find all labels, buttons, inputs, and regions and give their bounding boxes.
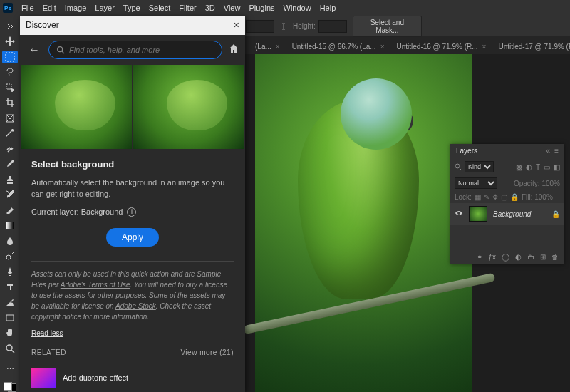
terms-link[interactable]: Adobe's Terms of Use	[61, 281, 130, 289]
link-wh-icon[interactable]	[280, 23, 287, 30]
link-layers-icon[interactable]: ⚭	[477, 253, 482, 261]
fill-label: Fill:	[522, 193, 533, 201]
menu-window[interactable]: Window	[284, 4, 311, 12]
apply-button[interactable]: Apply	[106, 228, 159, 247]
view-more-link[interactable]: View more (21)	[180, 349, 234, 356]
close-icon[interactable]: ×	[380, 43, 385, 51]
lock-trans-icon[interactable]: ▦	[475, 193, 481, 201]
search-field[interactable]	[48, 41, 222, 59]
tool-stamp[interactable]	[2, 173, 18, 186]
menu-filter[interactable]: Filter	[179, 4, 196, 12]
doc-tab[interactable]: (La...×	[249, 39, 286, 54]
tool-lasso[interactable]	[2, 66, 18, 79]
group-icon[interactable]: 🗀	[527, 253, 534, 261]
tool-path[interactable]	[2, 296, 18, 309]
menu-layer[interactable]: Layer	[95, 4, 115, 12]
tool-brush[interactable]	[2, 158, 18, 171]
menu-view[interactable]: View	[224, 4, 241, 12]
current-layer: Current layer: Background i	[31, 207, 234, 217]
tool-crop[interactable]	[2, 97, 18, 110]
doc-tab[interactable]: Untitled-15 @ 66.7% (La...×	[286, 39, 391, 54]
opacity-value[interactable]: 100%	[542, 180, 560, 187]
tool-pen[interactable]	[2, 265, 18, 278]
tool-gradient[interactable]	[2, 220, 18, 232]
filter-pixel-icon[interactable]: ▩	[516, 163, 522, 171]
filter-smart-icon[interactable]: ◧	[554, 163, 560, 171]
select-and-mask-button[interactable]: Select and Mask...	[353, 16, 422, 37]
lock-pixels-icon[interactable]: ✎	[484, 193, 489, 201]
doc-tab[interactable]: Untitled-17 @ 71.9% (R...×	[492, 39, 570, 54]
tool-history-brush[interactable]	[2, 189, 18, 202]
read-less-link[interactable]: Read less	[31, 329, 234, 337]
tool-heal[interactable]	[2, 143, 18, 155]
menu-type[interactable]: Type	[123, 4, 140, 12]
close-icon[interactable]: ×	[276, 43, 280, 51]
menu-image[interactable]: Image	[65, 4, 87, 12]
lock-icon[interactable]: 🔒	[551, 210, 560, 218]
adjustment-icon[interactable]: ◐	[515, 253, 522, 261]
mask-icon[interactable]: ◯	[502, 253, 509, 261]
menu-select[interactable]: Select	[149, 4, 171, 12]
fill-value[interactable]: 100%	[534, 193, 553, 201]
filter-shape-icon[interactable]: ▭	[544, 163, 550, 171]
close-icon[interactable]: ×	[234, 19, 239, 31]
menu-bar: Ps File Edit Image Layer Type Select Fil…	[0, 0, 570, 16]
tool-eraser[interactable]	[2, 204, 18, 217]
tool-blur[interactable]	[2, 234, 18, 247]
tool-marquee[interactable]	[2, 51, 18, 63]
tool-dodge[interactable]	[2, 250, 18, 263]
tool-type[interactable]	[2, 281, 18, 294]
filter-type-icon[interactable]: T	[536, 163, 540, 171]
close-icon[interactable]: ×	[482, 43, 487, 51]
menu-edit[interactable]: Edit	[43, 4, 56, 12]
current-layer-label: Current layer: Background	[31, 207, 123, 216]
menu-help[interactable]: Help	[320, 4, 336, 12]
stock-link[interactable]: Adobe Stock	[115, 302, 156, 310]
related-item[interactable]: Add duotone effect	[31, 363, 234, 392]
tool-eyedropper[interactable]	[2, 128, 18, 140]
fx-icon[interactable]: ƒx	[488, 253, 496, 261]
tool-rectangle[interactable]	[2, 311, 18, 324]
document-image[interactable]	[255, 54, 472, 392]
trash-icon[interactable]: 🗑	[551, 253, 559, 261]
layer-name: Background	[493, 210, 531, 218]
app-logo: Ps	[3, 3, 13, 13]
blend-mode-select[interactable]: Normal	[455, 177, 497, 189]
color-swatches[interactable]	[4, 382, 16, 392]
new-layer-icon[interactable]: ⊞	[540, 253, 546, 261]
height-input[interactable]	[318, 20, 347, 33]
home-icon[interactable]	[228, 43, 239, 56]
menu-3d[interactable]: 3D	[205, 4, 215, 12]
search-icon	[56, 46, 65, 54]
tool-move[interactable]	[2, 36, 18, 48]
tool-edit-toolbar[interactable]: ⋯	[2, 363, 18, 376]
tool-frame[interactable]	[2, 112, 18, 125]
lock-pos-icon[interactable]: ✥	[492, 193, 498, 201]
svg-point-8	[455, 164, 460, 168]
lock-artboard-icon[interactable]: ▢	[501, 193, 507, 201]
panel-menu-icon[interactable]: ≡	[554, 147, 559, 155]
chevrons-icon[interactable]	[2, 20, 18, 33]
related-label: RELATED	[31, 349, 66, 356]
layer-row[interactable]: Background 🔒	[450, 203, 564, 225]
tool-zoom[interactable]	[2, 342, 18, 355]
preview-after	[133, 65, 244, 149]
menu-file[interactable]: File	[21, 4, 34, 12]
back-icon[interactable]: ←	[26, 42, 43, 58]
width-input[interactable]	[246, 20, 274, 33]
doc-tab[interactable]: Untitled-16 @ 71.9% (R...×	[390, 39, 492, 54]
info-icon[interactable]: i	[127, 207, 136, 217]
opacity-label: Opacity:	[514, 180, 540, 187]
tool-quick-select[interactable]	[2, 81, 18, 94]
doc-tab-label: Untitled-17 @ 71.9% (R...	[498, 43, 570, 51]
visibility-icon[interactable]	[455, 209, 463, 219]
filter-adjust-icon[interactable]: ◐	[526, 163, 532, 171]
search-input[interactable]	[69, 46, 214, 54]
layer-kind-select[interactable]: Kind	[465, 161, 494, 172]
doc-tab-label: (La...	[255, 43, 271, 51]
discover-panel: Discover × ← Select background Automatic…	[20, 16, 245, 392]
tool-hand[interactable]	[2, 326, 18, 339]
menu-plugins[interactable]: Plugins	[249, 4, 274, 12]
panel-collapse-icon[interactable]: «	[546, 147, 551, 155]
lock-all-icon[interactable]: 🔒	[510, 193, 519, 201]
